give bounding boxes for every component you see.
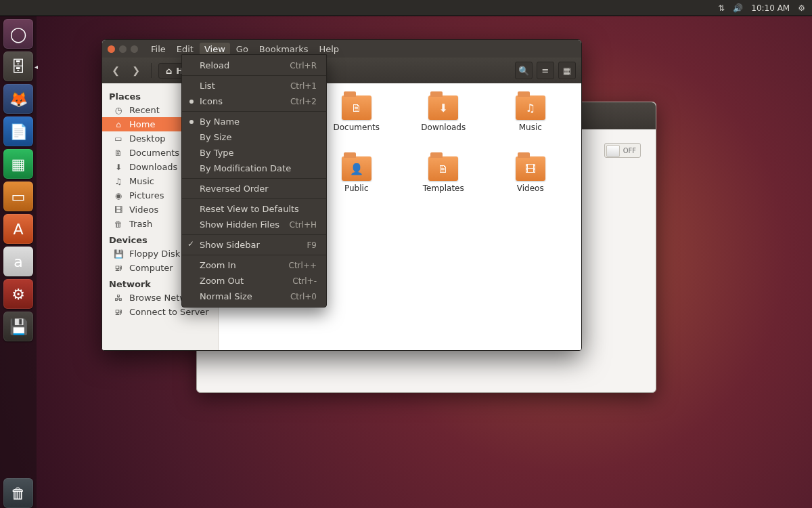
view-menu-icons[interactable]: IconsCtrl+2 [182,93,326,109]
launcher-dash[interactable]: ◯ [3,19,33,49]
sidebar-item-label: Recent [129,105,160,115]
view-menu-by-modification-date[interactable]: By Modification Date [182,161,326,176]
off-toggle[interactable]: OFF [604,143,641,158]
file-label: Downloads [421,123,466,132]
sidebar-item-icon: 🗎 [113,148,124,158]
view-menu-show-hidden-files[interactable]: Show Hidden FilesCtrl+H [182,217,326,232]
launcher-firefox[interactable]: 🦊 [3,84,33,114]
sidebar-item-label: Downloads [129,162,177,172]
menu-item-label: Zoom In [200,260,236,270]
menu-item-label: By Type [200,148,234,158]
view-menu-normal-size[interactable]: Normal SizeCtrl+0 [182,289,326,304]
view-menu-by-type[interactable]: By Type [182,145,326,161]
view-grid-button[interactable]: ▦ [558,62,576,79]
view-list-button[interactable]: ≡ [537,62,554,79]
menu-help[interactable]: Help [314,43,344,56]
window-maximize-button[interactable] [131,45,138,53]
folder-icon: 👤 [342,156,371,181]
launcher-files[interactable]: 🗄 [3,51,33,81]
folder-icon: 🗎 [428,156,458,181]
sidebar-item-label: Computer [129,263,173,273]
top-menubar: ⇅ 🔊 10:10 AM ⚙ [0,0,812,16]
menu-item-accel: Ctrl++ [289,261,317,270]
sidebar-item-icon: ◉ [113,191,124,200]
view-menu-by-name[interactable]: By Name [182,114,326,129]
view-menu-zoom-out[interactable]: Zoom OutCtrl+- [182,273,326,289]
menu-file[interactable]: File [146,43,171,56]
launcher-impress[interactable]: ▭ [3,182,33,211]
file-videos[interactable]: 🎞Videos [488,156,574,213]
menu-item-label: Zoom Out [200,276,244,286]
view-menu-dropdown: ReloadCtrl+RListCtrl+1IconsCtrl+2By Name… [181,54,327,308]
view-menu-reset-view-to-defaults[interactable]: Reset View to Defaults [182,201,326,217]
menu-edit[interactable]: Edit [172,43,198,56]
search-button[interactable]: 🔍 [515,62,533,79]
sidebar-item-icon: ⬇ [113,163,124,172]
menu-item-label: Reload [200,60,229,70]
view-menu-show-sidebar[interactable]: Show SidebarF9 [182,237,326,253]
sidebar-item-label: Documents [129,148,179,158]
sidebar-item-icon: 🎞 [113,205,124,215]
sidebar-item-label: Desktop [129,133,166,144]
sidebar-item-label: Trash [129,219,152,229]
sidebar-item-label: Home [129,119,155,129]
unity-launcher: ◯ 🗄 🦊 📄 ▦ ▭ A a ⚙ 💾 🗑 [0,16,37,508]
window-close-button[interactable] [108,45,115,53]
file-templates[interactable]: 🗎Templates [401,156,487,213]
sidebar-item-icon: ⌂ [113,120,124,129]
folder-icon: ⬇ [428,96,458,120]
file-music[interactable]: ♫Music [488,96,574,152]
file-label: Documents [334,123,380,132]
launcher-software-center[interactable]: A [3,214,33,244]
network-indicator-icon[interactable]: ⇅ [718,3,725,13]
nav-back-button[interactable]: ❮ [108,62,124,79]
sidebar-item-label: Connect to Server [129,307,209,317]
files-window: File Edit View Go Bookmarks Help ❮ ❯ ⌂ H… [102,39,582,351]
sidebar-item-icon: 💾 [113,249,124,259]
menu-bookmarks[interactable]: Bookmarks [254,43,313,56]
volume-indicator-icon[interactable]: 🔊 [733,3,743,13]
file-label: Templates [423,184,464,193]
sidebar-item-label: Floppy Disk [129,249,180,259]
menu-item-label: Reversed Order [200,184,269,194]
nav-forward-button[interactable]: ❯ [128,62,144,79]
menu-go[interactable]: Go [231,43,253,56]
folder-icon: 🎞 [516,156,545,181]
file-label: Music [519,123,542,132]
view-menu-reversed-order[interactable]: Reversed Order [182,181,326,196]
launcher-writer[interactable]: 📄 [3,117,33,146]
menu-item-label: Show Sidebar [200,240,260,250]
menu-item-accel: Ctrl+2 [290,97,317,106]
menu-item-label: By Name [200,117,240,127]
folder-icon: ♫ [516,96,545,120]
view-menu-zoom-in[interactable]: Zoom InCtrl++ [182,257,326,273]
launcher-calc[interactable]: ▦ [3,149,33,179]
menu-item-accel: Ctrl+0 [290,292,317,301]
menu-item-label: By Size [200,132,231,142]
view-menu-by-size[interactable]: By Size [182,129,326,145]
menu-item-label: By Modification Date [200,163,291,173]
window-minimize-button[interactable] [119,45,127,53]
menu-item-label: List [200,81,215,91]
launcher-settings[interactable]: ⚙ [3,279,33,309]
home-icon: ⌂ [166,66,172,76]
view-menu-list[interactable]: ListCtrl+1 [182,78,326,93]
menu-view[interactable]: View [200,43,230,56]
launcher-disk[interactable]: 💾 [3,312,33,341]
sidebar-item-label: Music [129,176,154,186]
menu-item-accel: Ctrl+- [292,276,317,286]
launcher-trash[interactable]: 🗑 [3,478,33,508]
file-downloads[interactable]: ⬇Downloads [401,96,487,152]
sidebar-item-label: Pictures [129,190,164,200]
launcher-amazon[interactable]: a [3,247,33,276]
view-menu-reload[interactable]: ReloadCtrl+R [182,58,326,73]
clock[interactable]: 10:10 AM [751,3,790,13]
menu-item-accel: Ctrl+1 [290,81,317,91]
sidebar-item-icon: ♫ [113,177,124,186]
window-controls [108,45,138,53]
toolbar: ❮ ❯ ⌂ Home 🔍 ≡ ▦ [102,58,581,83]
session-gear-icon[interactable]: ⚙ [798,3,805,13]
sidebar-item-label: Videos [129,205,158,215]
sidebar-item-icon: 🖧 [113,293,124,303]
menu-item-accel: Ctrl+H [290,220,317,230]
